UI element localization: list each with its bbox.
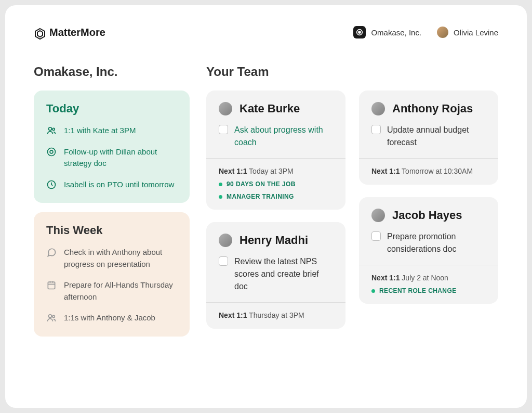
next-label: Next 1:1 [219,167,247,175]
card-header: Kate Burke [219,102,333,115]
week-panel: This Week Check in with Anthony about pr… [34,212,190,337]
task-row: Update annual budget forecast [371,124,486,149]
card-top: Kate BurkeAsk about progress with coach [206,91,345,158]
hex-logo-icon [34,28,44,38]
card-bottom: Next 1:1 July 2 at NoonRECENT ROLE CHANG… [359,265,498,304]
today-item[interactable]: 1:1 with Kate at 3PM [46,125,177,137]
target-icon [353,26,366,38]
task-row: Review the latest NPS scores and create … [219,255,333,293]
card-header: Anthony Rojas [371,102,486,115]
week-item[interactable]: 1:1s with Anthony & Jacob [46,312,177,324]
team-card[interactable]: Henry MadhiReview the latest NPS scores … [206,222,345,329]
agenda-text: Isabell is on PTO until tomorrow [64,179,174,191]
chat-icon [46,247,57,257]
card-top: Anthony RojasUpdate annual budget foreca… [359,91,498,158]
brand-name: MatterMore [49,27,105,38]
next-meeting: Next 1:1 Thursday at 3PM [219,311,333,319]
task-checkbox[interactable] [371,125,381,134]
org-name: Omakase, Inc. [371,28,421,37]
org-selector[interactable]: Omakase, Inc. [353,26,421,38]
header-right: Omakase, Inc. Olivia Levine [353,26,498,38]
agenda-text: 1:1s with Anthony & Jacob [64,312,155,324]
task-row: Ask about progress with coach [219,124,333,149]
tag-label: 90 DAYS ON THE JOB [227,180,296,188]
next-label: Next 1:1 [371,274,400,282]
left-column: Omakase, Inc. Today 1:1 with Kate at 3PM [34,64,190,346]
team-card[interactable]: Kate BurkeAsk about progress with coachN… [206,91,345,210]
team-card[interactable]: Jacob HayesPrepare promotion considerati… [359,197,498,304]
team-col-2: Anthony RojasUpdate annual budget foreca… [359,91,498,329]
app-window: MatterMore Omakase, Inc. Olivia Levine O… [5,5,527,408]
team-grid: Kate BurkeAsk about progress with coachN… [206,91,498,329]
team-title: Your Team [206,64,498,79]
next-value: July 2 at Noon [400,274,448,282]
team-card[interactable]: Anthony RojasUpdate annual budget foreca… [359,91,498,185]
person-avatar-icon [371,209,385,222]
svg-point-3 [52,128,55,130]
person-avatar-icon [219,234,232,247]
week-item[interactable]: Prepare for All-Hands Thursday afternoon [46,279,177,303]
task-checkbox[interactable] [219,125,228,134]
people-icon [46,125,57,136]
today-title: Today [46,102,177,115]
card-bottom: Next 1:1 Today at 3PM90 DAYS ON THE JOBM… [206,158,345,210]
task-text: Ask about progress with coach [234,124,333,149]
svg-point-2 [49,127,52,131]
dot-icon [219,183,222,186]
week-title: This Week [46,224,177,237]
svg-point-1 [358,31,361,33]
user-menu[interactable]: Olivia Levine [437,27,498,38]
person-avatar-icon [371,102,385,115]
tag-label: MANAGER TRAINING [227,193,294,200]
card-header: Jacob Hayes [371,209,486,222]
task-text: Prepare promotion considerations doc [387,230,486,255]
card-top: Jacob HayesPrepare promotion considerati… [359,197,498,265]
today-item[interactable]: Isabell is on PTO until tomorrow [46,179,177,191]
task-text: Review the latest NPS scores and create … [234,255,333,293]
next-meeting: Next 1:1 Tomorrow at 10:30AM [371,167,486,175]
right-column: Your Team Kate BurkeAsk about progress w… [206,64,498,346]
svg-rect-7 [48,282,55,289]
people-icon [46,313,57,323]
at-icon [46,147,57,157]
task-text: Update annual budget forecast [387,124,486,149]
svg-point-5 [50,150,53,153]
week-item[interactable]: Check in with Anthony about progress on … [46,247,177,270]
status-tag: RECENT ROLE CHANGE [371,287,486,294]
content: Omakase, Inc. Today 1:1 with Kate at 3PM [34,64,498,346]
agenda-text: Check in with Anthony about progress on … [64,247,177,270]
clock-icon [46,179,57,190]
today-item[interactable]: Follow-up with Dillan about strategy doc [46,146,177,170]
card-header: Henry Madhi [219,234,333,247]
org-title: Omakase, Inc. [34,64,190,79]
next-meeting: Next 1:1 Today at 3PM [219,167,333,175]
next-label: Next 1:1 [371,167,400,175]
status-tag: 90 DAYS ON THE JOB [219,180,333,188]
agenda-text: 1:1 with Kate at 3PM [64,125,136,137]
calendar-icon [46,280,57,290]
person-name: Henry Madhi [240,234,308,247]
svg-point-8 [49,315,52,318]
tag-label: RECENT ROLE CHANGE [379,287,457,294]
person-name: Jacob Hayes [392,209,462,222]
next-value: Today at 3PM [247,167,293,175]
next-value: Thursday at 3PM [247,311,304,319]
brand-logo[interactable]: MatterMore [34,27,105,38]
task-checkbox[interactable] [371,231,381,241]
team-col-1: Kate BurkeAsk about progress with coachN… [206,91,345,329]
user-avatar-icon [437,27,448,38]
svg-point-9 [52,315,55,317]
card-bottom: Next 1:1 Tomorrow at 10:30AM [359,158,498,185]
card-bottom: Next 1:1 Thursday at 3PM [206,302,345,329]
dot-icon [371,289,375,293]
next-value: Tomorrow at 10:30AM [400,167,473,175]
agenda-text: Follow-up with Dillan about strategy doc [64,146,177,170]
task-checkbox[interactable] [219,256,228,266]
card-top: Henry MadhiReview the latest NPS scores … [206,222,345,302]
person-name: Kate Burke [240,102,300,115]
person-avatar-icon [219,102,232,115]
today-panel: Today 1:1 with Kate at 3PM [34,91,190,203]
next-label: Next 1:1 [219,311,247,319]
status-tag: MANAGER TRAINING [219,193,333,200]
header: MatterMore Omakase, Inc. Olivia Levine [34,26,498,38]
